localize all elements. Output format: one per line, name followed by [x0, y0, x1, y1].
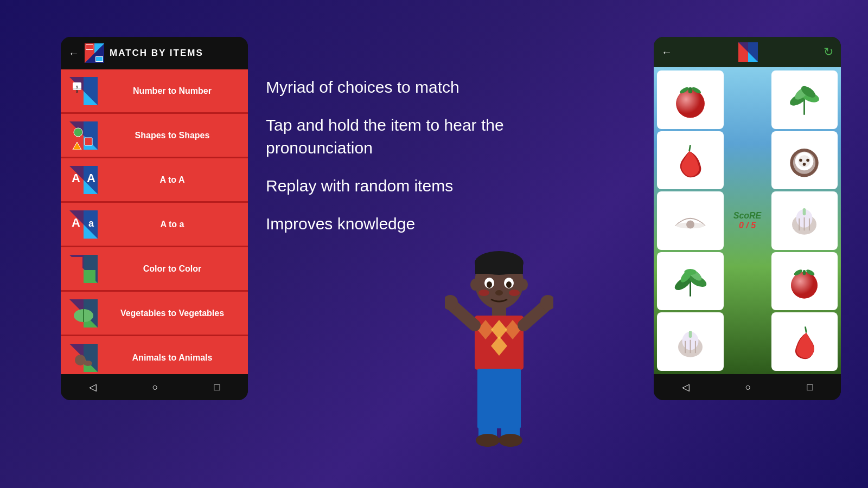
left-phone-nav: ◁ ○ □	[61, 374, 248, 400]
svg-rect-111	[688, 331, 692, 338]
svg-point-48	[518, 279, 528, 291]
character-svg	[445, 249, 553, 455]
svg-point-44	[487, 281, 492, 288]
menu-item-number-to-number[interactable]: 9 9 Number to Number	[61, 69, 248, 114]
svg-line-112	[806, 326, 807, 332]
number-to-number-label: Number to Number	[105, 86, 239, 96]
nav-home-right[interactable]: ○	[745, 382, 751, 393]
animals-icon	[69, 344, 98, 372]
right-phone-header: ← ↻	[654, 37, 841, 67]
nav-home-left[interactable]: ○	[152, 382, 158, 393]
svg-point-38	[84, 361, 92, 366]
svg-point-86	[803, 163, 806, 166]
svg-point-11	[74, 128, 82, 137]
a-to-a-lower-label: A to a	[105, 220, 239, 229]
svg-point-88	[686, 221, 694, 229]
svg-point-47	[470, 279, 480, 291]
left-back-button[interactable]: ←	[68, 47, 79, 60]
score-value: 0 / 5	[739, 221, 756, 230]
nav-back-right[interactable]: ◁	[682, 381, 690, 393]
card-leafy-left[interactable]	[657, 252, 724, 311]
character-container	[445, 249, 553, 455]
card-leafy-right-1[interactable]	[771, 70, 838, 129]
menu-item-a-to-a-upper[interactable]: A A A to A	[61, 158, 248, 203]
shapes-to-shapes-label: Shapes to Shapes	[105, 131, 239, 140]
spacer-r2	[726, 131, 769, 190]
svg-point-45	[506, 281, 512, 288]
vegetables-label: Vegetables to Vegetables	[105, 309, 239, 318]
svg-rect-94	[803, 208, 806, 215]
svg-rect-12	[85, 138, 92, 145]
score-display: ScoRE 0 / 5	[726, 191, 769, 250]
card-garlic-left[interactable]	[657, 312, 724, 371]
feature-3: Replay with random items	[266, 175, 559, 197]
app-icon	[85, 43, 104, 63]
card-chili-left[interactable]	[657, 131, 724, 190]
spacer-r5	[726, 312, 769, 371]
menu-list: 9 9 Number to Number Shapes to Shapes	[61, 69, 248, 374]
refresh-button[interactable]: ↻	[824, 45, 833, 59]
menu-item-a-to-a-lower[interactable]: A a A to a	[61, 203, 248, 247]
feature-1: Myriad of choices to match	[266, 76, 559, 99]
card-coconut-left[interactable]	[657, 191, 724, 250]
animals-label: Animals to Animals	[105, 353, 239, 363]
menu-item-color-to-color[interactable]: Color to Color	[61, 247, 248, 292]
svg-text:A: A	[87, 171, 95, 185]
app-title: MATCH BY ITEMS	[110, 48, 203, 59]
left-phone-header: ← MATCH BY ITEMS	[61, 37, 248, 69]
svg-point-84	[799, 159, 802, 162]
a-upper-icon: A A	[69, 166, 98, 194]
middle-content: Myriad of choices to match Tap and hold …	[266, 76, 559, 251]
svg-text:A: A	[72, 216, 80, 229]
nav-recent-right[interactable]: □	[807, 382, 813, 393]
svg-line-79	[689, 145, 690, 151]
card-garlic-right[interactable]	[771, 191, 838, 250]
menu-item-animals[interactable]: Animals to Animals	[61, 336, 248, 374]
svg-rect-103	[803, 270, 806, 275]
svg-text:a: a	[88, 218, 94, 229]
nav-back-left[interactable]: ◁	[89, 381, 97, 393]
card-tomato-left[interactable]	[657, 70, 724, 129]
svg-rect-41	[475, 263, 523, 274]
menu-item-shapes-to-shapes[interactable]: Shapes to Shapes	[61, 114, 248, 158]
svg-point-70	[676, 89, 705, 118]
card-tomato-right[interactable]	[771, 252, 838, 311]
right-app-icon	[738, 42, 758, 62]
svg-point-102	[791, 272, 818, 299]
svg-rect-28	[85, 270, 95, 281]
svg-rect-71	[688, 87, 693, 93]
svg-point-100	[684, 269, 697, 275]
svg-point-46	[495, 290, 503, 296]
svg-rect-62	[478, 401, 497, 439]
svg-point-50	[509, 290, 520, 296]
veg-icon	[69, 299, 98, 328]
svg-point-64	[476, 434, 500, 447]
left-phone: ← MATCH BY ITEMS 9 9	[61, 37, 248, 400]
a-lower-icon: A a	[69, 210, 98, 239]
nav-recent-left[interactable]: □	[214, 382, 220, 393]
a-to-a-upper-label: A to A	[105, 175, 239, 185]
right-phone-nav: ◁ ○ □	[654, 374, 841, 400]
svg-point-65	[499, 434, 522, 447]
number-icon: 9 9	[69, 77, 98, 105]
feature-4: Improves knowledge	[266, 213, 559, 235]
right-phone: ← ↻	[654, 37, 841, 400]
svg-text:A: A	[72, 171, 80, 185]
svg-point-85	[807, 159, 810, 162]
svg-rect-27	[72, 257, 82, 268]
svg-point-49	[478, 290, 489, 296]
svg-rect-63	[501, 401, 520, 439]
card-coconut-right[interactable]	[771, 131, 838, 190]
score-label: ScoRE	[733, 211, 762, 221]
shapes-icon	[69, 121, 98, 150]
spacer-r1	[726, 70, 769, 129]
feature-2: Tap and hold the item to hear the pronou…	[266, 114, 559, 159]
spacer-r4	[726, 252, 769, 311]
color-icon	[69, 255, 98, 283]
svg-text:9: 9	[76, 89, 79, 94]
game-grid: ScoRE 0 / 5	[654, 67, 841, 374]
right-back-button[interactable]: ←	[661, 46, 672, 59]
card-chili-right[interactable]	[771, 312, 838, 371]
color-to-color-label: Color to Color	[105, 264, 239, 274]
menu-item-vegetables[interactable]: Vegetables to Vegetables	[61, 292, 248, 336]
